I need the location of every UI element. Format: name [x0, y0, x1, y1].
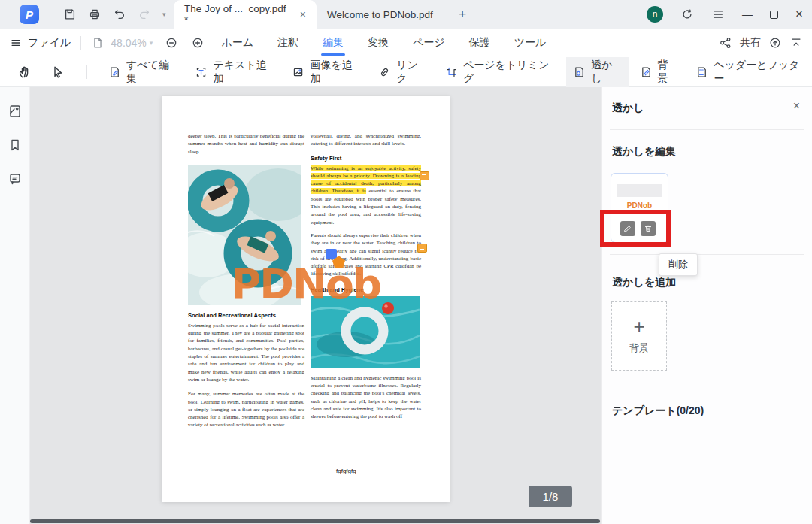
comments-panel-icon[interactable]: [8, 171, 23, 186]
delete-watermark-button[interactable]: [641, 221, 656, 236]
ribbon-nav: ホーム 注釈 編集 変換 ページ 保護 ツール: [221, 29, 546, 57]
edit-watermark-section-title: 透かしを編集: [612, 145, 676, 159]
link-icon: [378, 65, 391, 79]
hand-icon: [17, 65, 32, 80]
paragraph: Swimming pools serve as a hub for social…: [188, 322, 304, 383]
edit-watermark-button[interactable]: [620, 221, 635, 236]
blue-stamp-icon[interactable]: [326, 249, 337, 259]
section-heading: Safety First: [311, 155, 421, 162]
collapse-toolbar-icon[interactable]: [789, 36, 803, 50]
page-footer-text: fgfgfgfg: [336, 468, 356, 474]
add-image-icon: [292, 65, 304, 79]
redo-icon: [138, 8, 151, 21]
divider: [610, 129, 804, 130]
thumbnails-panel-icon[interactable]: [8, 104, 23, 119]
tab-convert[interactable]: 変換: [368, 29, 389, 57]
background-button[interactable]: 背景: [633, 54, 684, 90]
panel-close-icon[interactable]: ×: [793, 99, 800, 113]
close-tab-icon[interactable]: ×: [300, 8, 306, 20]
zoom-in-icon[interactable]: [191, 36, 205, 50]
tab-welcome[interactable]: Welcome to PDNob.pdf: [317, 0, 444, 29]
crop-icon: [445, 65, 458, 79]
pencil-icon: [623, 224, 632, 233]
bookmarks-panel-icon[interactable]: [8, 138, 23, 153]
edit-document-icon: [108, 65, 121, 79]
app-menu-icon[interactable]: [711, 8, 725, 21]
sync-icon[interactable]: [680, 8, 694, 21]
tab-page[interactable]: ページ: [413, 29, 445, 57]
page-fit-icon[interactable]: [91, 36, 105, 50]
delete-tooltip: 削除: [659, 253, 698, 276]
crop-page-button[interactable]: ページをトリミング: [438, 54, 562, 90]
file-menu[interactable]: ファイル: [9, 36, 71, 50]
zoom-dropdown-icon[interactable]: ▾: [150, 39, 153, 47]
user-avatar[interactable]: n: [647, 6, 663, 23]
trash-icon: [644, 224, 653, 233]
tab-document-active[interactable]: The Joy of ..._copy.pdf * ×: [174, 0, 317, 29]
divider: [610, 254, 804, 255]
link-button[interactable]: リンク: [371, 54, 434, 90]
templates-section-title: テンプレート(0/20): [612, 404, 704, 418]
header-footer-button[interactable]: ヘッダーとフッター: [689, 54, 812, 90]
pdf-editor-window: P ▾ The Joy of ..._copy.pdf * × Welcome …: [0, 0, 812, 524]
add-text-icon: [195, 65, 208, 79]
print-icon[interactable]: [88, 8, 102, 21]
share-label[interactable]: 共有: [740, 36, 761, 50]
header-footer-icon: [695, 65, 708, 79]
menubar: ファイル 48.04% ▾ ホーム 注釈 編集 変換 ページ 保護 ツール 共有: [0, 29, 812, 57]
thumbnail-watermark-text: PDNob: [611, 201, 668, 210]
tab-protect[interactable]: 保護: [469, 29, 490, 57]
add-watermark-section-title: 透かしを追加: [612, 276, 676, 289]
maximize-button[interactable]: [770, 11, 778, 19]
sticky-note-icon[interactable]: [417, 244, 427, 253]
app-logo: P: [20, 5, 39, 24]
edit-toolbar: すべて編集 テキスト追加 画像を追加 リンク ページをトリミング 透かし 背景: [0, 57, 812, 87]
zoom-value: 48.04%: [111, 37, 146, 49]
tab-label: Welcome to PDNob.pdf: [327, 9, 433, 20]
titlebar: P ▾ The Joy of ..._copy.pdf * × Welcome …: [0, 0, 812, 29]
thumbnail-placeholder: [617, 184, 662, 197]
add-watermark-card[interactable]: + 背景: [611, 301, 667, 371]
history-dropdown-icon[interactable]: ▾: [162, 11, 166, 18]
minimize-button[interactable]: —: [742, 8, 753, 20]
document-canvas[interactable]: deeper sleep. This is particularly benef…: [30, 87, 601, 524]
section-heading: Social and Recreational Aspects: [188, 312, 304, 319]
page-indicator: 1/8: [529, 486, 572, 507]
add-text-button[interactable]: テキスト追加: [188, 54, 280, 90]
paragraph-highlighted: While swimming is an enjoyable activity,…: [311, 165, 421, 226]
tab-label: The Joy of ..._copy.pdf *: [184, 3, 292, 26]
plus-icon: +: [633, 317, 644, 335]
watermark-button[interactable]: 透かし: [566, 54, 628, 90]
page-watermark[interactable]: PDNob: [231, 260, 380, 308]
watermark-panel: 透かし × 透かしを編集 PDNob 削除 透かしを追加: [601, 87, 812, 524]
add-card-label: 背景: [629, 341, 649, 355]
upload-cloud-icon[interactable]: [768, 36, 782, 50]
file-menu-icon: [9, 36, 23, 50]
sticky-note-icon[interactable]: [420, 171, 429, 180]
tab-tools[interactable]: ツール: [514, 29, 547, 57]
tab-home[interactable]: ホーム: [221, 29, 253, 57]
share-icon[interactable]: [719, 36, 732, 50]
close-window-button[interactable]: ×: [795, 7, 803, 22]
cursor-icon: [50, 65, 65, 80]
zoom-out-icon[interactable]: [165, 36, 178, 50]
file-menu-label: ファイル: [28, 36, 71, 50]
edit-all-button[interactable]: すべて編集: [102, 54, 183, 90]
divider: [610, 386, 804, 386]
paragraph: For many, summer memories are often made…: [188, 390, 304, 429]
paragraph: deeper sleep. This is particularly benef…: [188, 132, 304, 156]
tab-edit[interactable]: 編集: [323, 29, 344, 57]
new-tab-icon[interactable]: +: [459, 7, 467, 23]
select-tool-button[interactable]: [44, 60, 72, 84]
panel-title: 透かし: [612, 101, 644, 115]
pdf-page[interactable]: deeper sleep. This is particularly benef…: [162, 96, 450, 502]
divider: [86, 65, 87, 79]
tab-annotate[interactable]: 注釈: [277, 29, 298, 57]
save-icon[interactable]: [63, 8, 77, 21]
background-icon: [640, 65, 653, 79]
undo-icon[interactable]: [113, 8, 126, 21]
hand-tool-button[interactable]: [11, 60, 39, 84]
add-image-button[interactable]: 画像を追加: [285, 54, 367, 90]
horizontal-scrollbar[interactable]: [30, 519, 600, 523]
watermark-thumbnail-card[interactable]: PDNob: [611, 173, 668, 243]
